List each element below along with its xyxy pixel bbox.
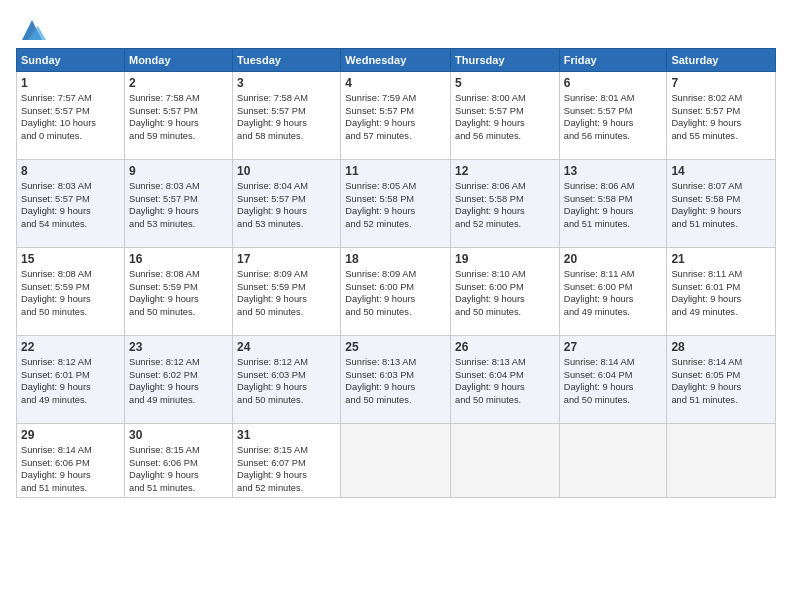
calendar-day-cell: 29Sunrise: 8:14 AM Sunset: 6:06 PM Dayli… [17,424,125,498]
day-number: 25 [345,339,446,355]
day-number: 11 [345,163,446,179]
logo [16,16,46,38]
day-info: Sunrise: 7:59 AM Sunset: 5:57 PM Dayligh… [345,92,446,142]
day-info: Sunrise: 8:08 AM Sunset: 5:59 PM Dayligh… [129,268,228,318]
day-info: Sunrise: 8:15 AM Sunset: 6:07 PM Dayligh… [237,444,336,494]
day-number: 2 [129,75,228,91]
calendar-header-row: SundayMondayTuesdayWednesdayThursdayFrid… [17,49,776,72]
day-info: Sunrise: 8:09 AM Sunset: 5:59 PM Dayligh… [237,268,336,318]
day-info: Sunrise: 8:13 AM Sunset: 6:04 PM Dayligh… [455,356,555,406]
calendar-day-cell: 18Sunrise: 8:09 AM Sunset: 6:00 PM Dayli… [341,248,451,336]
day-info: Sunrise: 8:05 AM Sunset: 5:58 PM Dayligh… [345,180,446,230]
calendar-week-row: 8Sunrise: 8:03 AM Sunset: 5:57 PM Daylig… [17,160,776,248]
calendar-day-cell: 19Sunrise: 8:10 AM Sunset: 6:00 PM Dayli… [450,248,559,336]
calendar-header-monday: Monday [124,49,232,72]
day-info: Sunrise: 8:11 AM Sunset: 6:01 PM Dayligh… [671,268,771,318]
day-number: 5 [455,75,555,91]
day-info: Sunrise: 8:12 AM Sunset: 6:01 PM Dayligh… [21,356,120,406]
calendar-day-cell: 13Sunrise: 8:06 AM Sunset: 5:58 PM Dayli… [559,160,667,248]
calendar-week-row: 1Sunrise: 7:57 AM Sunset: 5:57 PM Daylig… [17,72,776,160]
day-number: 16 [129,251,228,267]
calendar-header-wednesday: Wednesday [341,49,451,72]
calendar-day-cell: 4Sunrise: 7:59 AM Sunset: 5:57 PM Daylig… [341,72,451,160]
day-info: Sunrise: 7:58 AM Sunset: 5:57 PM Dayligh… [129,92,228,142]
calendar-day-cell: 2Sunrise: 7:58 AM Sunset: 5:57 PM Daylig… [124,72,232,160]
page-container: SundayMondayTuesdayWednesdayThursdayFrid… [0,0,792,506]
day-number: 19 [455,251,555,267]
day-number: 12 [455,163,555,179]
calendar-header-saturday: Saturday [667,49,776,72]
logo-icon [18,16,46,44]
calendar-header-sunday: Sunday [17,49,125,72]
calendar-day-cell: 15Sunrise: 8:08 AM Sunset: 5:59 PM Dayli… [17,248,125,336]
calendar-week-row: 22Sunrise: 8:12 AM Sunset: 6:01 PM Dayli… [17,336,776,424]
day-number: 7 [671,75,771,91]
day-number: 27 [564,339,663,355]
day-info: Sunrise: 8:09 AM Sunset: 6:00 PM Dayligh… [345,268,446,318]
calendar-day-cell: 6Sunrise: 8:01 AM Sunset: 5:57 PM Daylig… [559,72,667,160]
calendar-day-cell: 20Sunrise: 8:11 AM Sunset: 6:00 PM Dayli… [559,248,667,336]
day-number: 21 [671,251,771,267]
day-number: 8 [21,163,120,179]
calendar-day-cell: 31Sunrise: 8:15 AM Sunset: 6:07 PM Dayli… [233,424,341,498]
day-info: Sunrise: 8:07 AM Sunset: 5:58 PM Dayligh… [671,180,771,230]
day-info: Sunrise: 7:57 AM Sunset: 5:57 PM Dayligh… [21,92,120,142]
calendar-day-cell: 1Sunrise: 7:57 AM Sunset: 5:57 PM Daylig… [17,72,125,160]
header [16,16,776,38]
calendar-day-cell: 7Sunrise: 8:02 AM Sunset: 5:57 PM Daylig… [667,72,776,160]
calendar-day-cell [667,424,776,498]
day-number: 31 [237,427,336,443]
day-info: Sunrise: 8:08 AM Sunset: 5:59 PM Dayligh… [21,268,120,318]
day-number: 17 [237,251,336,267]
calendar-day-cell: 5Sunrise: 8:00 AM Sunset: 5:57 PM Daylig… [450,72,559,160]
calendar-day-cell: 30Sunrise: 8:15 AM Sunset: 6:06 PM Dayli… [124,424,232,498]
calendar-day-cell: 26Sunrise: 8:13 AM Sunset: 6:04 PM Dayli… [450,336,559,424]
day-info: Sunrise: 8:03 AM Sunset: 5:57 PM Dayligh… [21,180,120,230]
day-number: 15 [21,251,120,267]
day-number: 18 [345,251,446,267]
day-info: Sunrise: 8:11 AM Sunset: 6:00 PM Dayligh… [564,268,663,318]
day-info: Sunrise: 8:14 AM Sunset: 6:04 PM Dayligh… [564,356,663,406]
calendar-table: SundayMondayTuesdayWednesdayThursdayFrid… [16,48,776,498]
day-number: 26 [455,339,555,355]
calendar-day-cell: 10Sunrise: 8:04 AM Sunset: 5:57 PM Dayli… [233,160,341,248]
calendar-day-cell: 8Sunrise: 8:03 AM Sunset: 5:57 PM Daylig… [17,160,125,248]
calendar-day-cell: 24Sunrise: 8:12 AM Sunset: 6:03 PM Dayli… [233,336,341,424]
calendar-day-cell: 28Sunrise: 8:14 AM Sunset: 6:05 PM Dayli… [667,336,776,424]
day-info: Sunrise: 8:15 AM Sunset: 6:06 PM Dayligh… [129,444,228,494]
calendar-day-cell: 25Sunrise: 8:13 AM Sunset: 6:03 PM Dayli… [341,336,451,424]
calendar-day-cell [341,424,451,498]
day-number: 1 [21,75,120,91]
calendar-day-cell: 3Sunrise: 7:58 AM Sunset: 5:57 PM Daylig… [233,72,341,160]
calendar-day-cell: 23Sunrise: 8:12 AM Sunset: 6:02 PM Dayli… [124,336,232,424]
calendar-day-cell: 22Sunrise: 8:12 AM Sunset: 6:01 PM Dayli… [17,336,125,424]
day-info: Sunrise: 8:06 AM Sunset: 5:58 PM Dayligh… [564,180,663,230]
day-info: Sunrise: 8:10 AM Sunset: 6:00 PM Dayligh… [455,268,555,318]
day-info: Sunrise: 8:14 AM Sunset: 6:06 PM Dayligh… [21,444,120,494]
day-info: Sunrise: 8:14 AM Sunset: 6:05 PM Dayligh… [671,356,771,406]
calendar-day-cell: 9Sunrise: 8:03 AM Sunset: 5:57 PM Daylig… [124,160,232,248]
calendar-day-cell [450,424,559,498]
calendar-header-tuesday: Tuesday [233,49,341,72]
calendar-day-cell: 17Sunrise: 8:09 AM Sunset: 5:59 PM Dayli… [233,248,341,336]
day-number: 30 [129,427,228,443]
day-number: 22 [21,339,120,355]
day-number: 10 [237,163,336,179]
calendar-header-friday: Friday [559,49,667,72]
day-number: 9 [129,163,228,179]
day-info: Sunrise: 8:03 AM Sunset: 5:57 PM Dayligh… [129,180,228,230]
calendar-day-cell: 21Sunrise: 8:11 AM Sunset: 6:01 PM Dayli… [667,248,776,336]
day-info: Sunrise: 8:04 AM Sunset: 5:57 PM Dayligh… [237,180,336,230]
day-number: 13 [564,163,663,179]
calendar-day-cell: 14Sunrise: 8:07 AM Sunset: 5:58 PM Dayli… [667,160,776,248]
calendar-week-row: 15Sunrise: 8:08 AM Sunset: 5:59 PM Dayli… [17,248,776,336]
calendar-day-cell: 16Sunrise: 8:08 AM Sunset: 5:59 PM Dayli… [124,248,232,336]
calendar-day-cell: 27Sunrise: 8:14 AM Sunset: 6:04 PM Dayli… [559,336,667,424]
day-info: Sunrise: 8:02 AM Sunset: 5:57 PM Dayligh… [671,92,771,142]
day-number: 4 [345,75,446,91]
day-number: 29 [21,427,120,443]
day-info: Sunrise: 8:12 AM Sunset: 6:02 PM Dayligh… [129,356,228,406]
calendar-day-cell: 12Sunrise: 8:06 AM Sunset: 5:58 PM Dayli… [450,160,559,248]
day-info: Sunrise: 8:13 AM Sunset: 6:03 PM Dayligh… [345,356,446,406]
day-number: 14 [671,163,771,179]
